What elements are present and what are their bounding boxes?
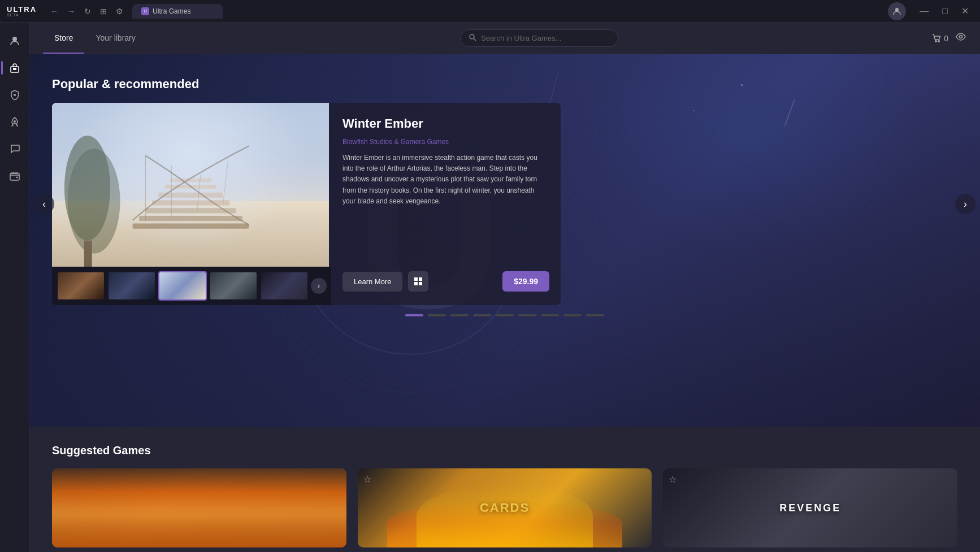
search-icon [469,33,476,43]
suggested-card-3[interactable]: ☆ REVENGE [663,468,957,547]
cart-button[interactable]: 0 [931,33,948,44]
top-nav: Store Your library [29,23,980,54]
card-image-2: ☆ CARDS [358,468,652,547]
maximize-button[interactable]: □ [938,3,952,19]
sidebar-item-user[interactable] [3,29,26,52]
thumbnail-1[interactable] [57,271,105,301]
dot-1[interactable] [405,314,423,316]
svg-rect-30 [419,282,422,285]
svg-line-23 [223,159,228,204]
carousel-prev-button[interactable]: ‹ [34,194,54,214]
thumbnail-4[interactable] [209,271,258,301]
game-actions: Learn More [342,271,549,292]
search-input[interactable] [481,34,610,42]
content-scroll[interactable]: U Popular & recommended ‹ [29,54,980,552]
svg-point-1 [12,37,17,41]
thumbnail-5[interactable] [260,271,309,301]
game-info-panel: Winter Ember Blowfish Studios & Gamera G… [331,103,561,305]
svg-point-10 [938,40,939,41]
tab-bar: U Ultra Games [132,4,223,19]
windows-button[interactable] [408,271,428,292]
tab-library[interactable]: Your library [84,23,146,54]
top-nav-tabs: Store Your library [43,23,147,54]
thumbnails-next-button[interactable]: › [311,278,327,294]
suggested-card-1[interactable]: ☆ [52,468,346,547]
sidebar-item-chat[interactable] [3,138,26,160]
thumbnail-2[interactable] [107,271,156,301]
home-button[interactable]: ⊞ [97,5,110,18]
dot-5[interactable] [496,314,514,316]
svg-point-9 [935,40,936,41]
carousel-next-button[interactable]: › [955,194,975,214]
revenge-game-text: REVENGE [779,502,841,514]
cart-count: 0 [944,34,948,43]
svg-point-5 [14,120,16,123]
tab-store[interactable]: Store [43,23,84,54]
svg-rect-26 [84,241,92,267]
card-image-1: ☆ [52,468,346,547]
dot-6[interactable] [518,314,536,316]
thumbnail-3[interactable] [158,271,207,301]
sidebar [0,23,29,552]
browser-tab[interactable]: U Ultra Games [132,4,223,19]
tab-favicon: U [141,7,149,15]
hero-banner: U Popular & recommended ‹ [29,54,980,427]
main-area: Store Your library [29,23,980,552]
game-title: Winter Ember [342,116,549,131]
game-description: Winter Ember is an immersive stealth act… [342,153,549,260]
title-bar-left: ULTRA BETA ← → ↻ ⊞ ⚙ U Ultra Games [7,4,223,19]
price-button[interactable]: $29.99 [502,271,549,292]
forward-button[interactable]: → [64,5,79,18]
svg-rect-6 [10,173,19,180]
svg-rect-16 [151,200,229,205]
learn-more-button[interactable]: Learn More [342,272,402,292]
svg-point-7 [16,177,18,179]
svg-rect-28 [419,277,422,281]
dot-3[interactable] [450,314,469,316]
suggested-card-2[interactable]: ☆ CARDS [358,468,652,547]
tab-label: Ultra Games [153,7,190,15]
svg-rect-13 [132,224,249,229]
suggested-section: Suggested Games ☆ ☆ [29,427,980,552]
hero-content: Popular & recommended ‹ [29,54,980,325]
back-button[interactable]: ← [47,5,62,18]
logo-beta: BETA [7,13,19,17]
dot-7[interactable] [541,314,559,316]
tab-store-label: Store [54,33,73,42]
user-icon[interactable] [888,2,906,20]
card-image-3: ☆ REVENGE [663,468,957,547]
dot-2[interactable] [428,314,446,316]
nav-buttons: ← → ↻ ⊞ ⚙ [47,5,127,18]
revenge-overlay: REVENGE [663,468,957,547]
suggested-title: Suggested Games [52,444,957,457]
svg-rect-29 [414,282,418,285]
logo-text: ULTRA [7,6,37,13]
eye-button[interactable] [955,31,966,45]
carousel-wrapper: ‹ [29,103,980,305]
search-bar[interactable] [460,29,618,47]
dot-8[interactable] [563,314,582,316]
sidebar-item-rocket[interactable] [3,111,26,133]
thumbnails-strip: › [52,267,331,305]
svg-point-4 [14,94,16,96]
close-button[interactable]: ✕ [957,3,973,19]
minimize-button[interactable]: — [915,3,933,19]
title-bar: ULTRA BETA ← → ↻ ⊞ ⚙ U Ultra Games — □ [0,0,980,23]
sidebar-item-shield[interactable] [3,84,26,106]
refresh-button[interactable]: ↻ [81,5,94,18]
screenshots-area: › [52,103,331,305]
sidebar-item-wallet[interactable] [3,165,26,188]
ultra-logo: ULTRA BETA [7,6,37,17]
sidebar-item-store[interactable] [3,56,26,79]
dot-9[interactable] [586,314,604,316]
title-bar-right: — □ ✕ [888,2,973,20]
svg-point-11 [960,36,962,38]
game-developer[interactable]: Blowfish Studios & Gamera Games [342,138,549,146]
settings-button[interactable]: ⚙ [112,5,127,18]
window-controls: — □ ✕ [915,3,973,19]
hero-section-label: Popular & recommended [29,77,980,92]
svg-rect-14 [139,216,242,221]
tab-library-label: Your library [96,33,135,42]
dot-4[interactable] [473,314,491,316]
svg-rect-3 [13,68,16,70]
